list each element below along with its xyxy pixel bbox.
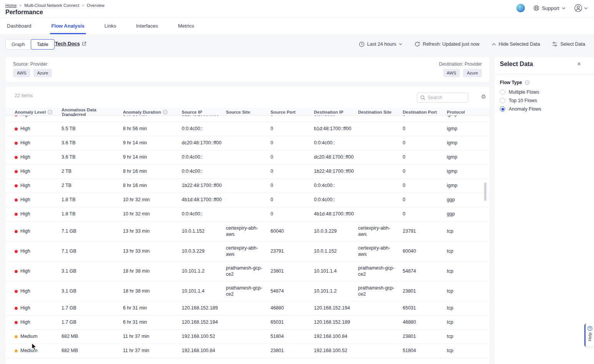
table-row[interactable]: High1.7 GB6 hr 31 min120.168.152.1894688… bbox=[5, 301, 489, 316]
flows-table-card: 22 items ⚙ Anomaly LevelAnomalous Data T… bbox=[5, 87, 489, 364]
table-row[interactable]: High3.6 TB9 hr 14 mindc20:48:1700::ff000… bbox=[5, 136, 489, 151]
breadcrumb-home[interactable]: Home bbox=[5, 3, 17, 8]
flow-type-option-anomaly-flows[interactable]: Anomaly Flows bbox=[500, 106, 541, 112]
protocol-cell: igmp bbox=[447, 169, 489, 175]
column-label: Destination IP bbox=[314, 110, 343, 114]
radio-button[interactable] bbox=[500, 106, 505, 112]
support-menu[interactable]: Support bbox=[533, 5, 566, 11]
table-row[interactable]: High3.1 GB18 hr 38 min10.101.1.4prathame… bbox=[5, 281, 489, 301]
select-data-button[interactable]: Select Data bbox=[552, 41, 585, 47]
severity-label: High bbox=[20, 228, 30, 235]
tab-links[interactable]: Links bbox=[105, 23, 116, 34]
breadcrumb-multicloud[interactable]: Multi-Cloud Network Connect bbox=[24, 3, 79, 8]
tab-dashboard[interactable]: Dashboard bbox=[7, 23, 32, 34]
severity-dot-high bbox=[15, 321, 18, 324]
tab-interfaces[interactable]: Interfaces bbox=[136, 23, 158, 34]
source-provider-chip-azure[interactable]: Azure bbox=[33, 69, 52, 77]
flow-type-option-multiple-flows[interactable]: Multiple Flows bbox=[500, 89, 541, 95]
protocol-cell: ggp bbox=[447, 211, 489, 217]
column-header-anomaly-duration: Anomaly Duration bbox=[123, 110, 182, 114]
severity-dot-high bbox=[15, 230, 18, 233]
table-row[interactable]: High3.1 GB18 hr 38 min10.101.1.2prathame… bbox=[5, 261, 489, 281]
destination-provider-label: Destination: Provider bbox=[439, 61, 482, 67]
protocol-cell: tcp bbox=[447, 319, 489, 326]
tab-metrics[interactable]: Metrics bbox=[178, 23, 194, 34]
destination-port-cell: 0 bbox=[403, 197, 447, 203]
table-row[interactable]: High5.5 TB8 hr 56 minb1d:48:1700::ff0000… bbox=[5, 116, 489, 122]
refresh-button[interactable]: Refresh: Updated just now bbox=[415, 41, 479, 47]
help-tab[interactable]: Help bbox=[584, 324, 594, 347]
source-ip-cell: 1b22:48:1700::ff00 bbox=[182, 183, 226, 189]
data-transferred-cell: 7.1 GB bbox=[61, 248, 123, 255]
protocol-cell: tcp bbox=[447, 334, 489, 340]
account-menu[interactable] bbox=[574, 4, 588, 12]
table-row[interactable]: High3.6 TB9 hr 14 min0:0:4c00::0dc20:48:… bbox=[5, 151, 489, 165]
data-transferred-cell: 682 MB bbox=[61, 348, 123, 354]
flow-type-option-top-10-flows[interactable]: Top 10 Flows bbox=[500, 98, 541, 104]
graph-view-button[interactable]: Graph bbox=[5, 39, 31, 50]
source-ip-cell: 120.168.152.189 bbox=[182, 305, 226, 311]
source-port-cell: 0 bbox=[270, 154, 314, 160]
source-provider-chip-aws[interactable]: AWS bbox=[13, 69, 30, 77]
tab-bar: DashboardFlow AnalysisLinksInterfacesMet… bbox=[0, 18, 594, 35]
column-label: Anomaly Level bbox=[15, 110, 46, 114]
hide-selected-data-button[interactable]: Hide Selected Data bbox=[492, 41, 540, 47]
table-row[interactable]: High7.1 GB13 hr 33 min10.0.1.152certexpi… bbox=[5, 222, 489, 242]
radio-label: Multiple Flows bbox=[509, 89, 539, 95]
column-header-destination-ip: Destination IP bbox=[314, 110, 358, 114]
tab-flow-analysis[interactable]: Flow Analysis bbox=[51, 23, 85, 34]
table-scrollbar-thumb[interactable] bbox=[484, 182, 486, 201]
time-range-selector[interactable]: Last 24 hours bbox=[359, 41, 403, 47]
anomaly-level-cell: High bbox=[15, 116, 61, 118]
destination-ip-cell: 0:0:4c00:: bbox=[314, 140, 358, 146]
table-row[interactable]: High2 TB8 hr 16 min1b22:48:1700::ff0000:… bbox=[5, 179, 489, 193]
panel-divider bbox=[495, 74, 594, 74]
info-icon[interactable] bbox=[525, 80, 529, 85]
table-header-row: Anomaly LevelAnomalous Data TransferredA… bbox=[5, 108, 489, 116]
severity-dot-high bbox=[15, 250, 18, 253]
destination-ip-cell: dc20:48:1700::ff00 bbox=[314, 154, 358, 160]
source-ip-cell: 4b1d:48:1700::ff00 bbox=[182, 197, 226, 203]
table-row[interactable]: Medium682 MB11 hr 37 min192.168.100.5251… bbox=[5, 330, 489, 344]
info-icon[interactable] bbox=[163, 110, 168, 114]
column-header-anomaly-level: Anomaly Level bbox=[15, 110, 61, 114]
destination-provider-chip-aws[interactable]: AWS bbox=[443, 69, 460, 77]
source-ip-cell: 192.168.100.52 bbox=[182, 334, 226, 340]
destination-port-cell: 0 bbox=[403, 211, 447, 217]
severity-dot-high bbox=[15, 213, 18, 216]
chevron-down-icon bbox=[562, 7, 566, 10]
destination-provider-chip-azure[interactable]: Azure bbox=[463, 69, 482, 77]
table-row[interactable]: High5.5 TB8 hr 56 min0:0:4c00::0b1d:48:1… bbox=[5, 122, 489, 136]
close-icon[interactable]: × bbox=[577, 61, 581, 67]
duration-cell: 18 hr 38 min bbox=[123, 268, 182, 275]
search-input[interactable] bbox=[428, 95, 462, 100]
table-row[interactable]: Medium682 MB11 hr 37 min192.168.100.8423… bbox=[5, 344, 489, 358]
table-row[interactable]: High1.8 TB10 hr 32 min4b1d:48:1700::ff00… bbox=[5, 193, 489, 207]
destination-site-cell: prathamesh-gcp-ce2 bbox=[358, 285, 403, 297]
source-provider-chips: AWSAzure bbox=[13, 69, 52, 77]
radio-button[interactable] bbox=[500, 98, 505, 103]
source-port-cell: 0 bbox=[270, 126, 314, 132]
source-port-cell: 0 bbox=[270, 140, 314, 146]
data-transferred-cell: 1.7 GB bbox=[61, 319, 123, 326]
table-row[interactable]: High7.1 GB13 hr 33 min10.0.3.229certexpi… bbox=[5, 242, 489, 261]
table-row[interactable]: High2 TB8 hr 16 min0:0:4c00::01b22:48:17… bbox=[5, 165, 489, 179]
severity-dot-medium bbox=[15, 335, 18, 338]
radio-label: Anomaly Flows bbox=[509, 106, 541, 112]
destination-site-cell: prathamesh-gcp-ce2 bbox=[358, 265, 403, 277]
duration-cell: 8 hr 16 min bbox=[123, 169, 182, 175]
help-tab-label: Help bbox=[587, 333, 592, 341]
refresh-icon bbox=[415, 41, 420, 47]
table-row[interactable]: High1.8 TB10 hr 32 min0:0:4c00::04b1d:48… bbox=[5, 207, 489, 222]
table-settings-gear-icon[interactable]: ⚙ bbox=[481, 94, 486, 99]
table-row[interactable]: High1.7 GB6 hr 31 min120.168.152.1946503… bbox=[5, 316, 489, 330]
tech-docs-link[interactable]: Tech Docs bbox=[55, 41, 86, 46]
destination-port-cell: 23791 bbox=[403, 228, 447, 235]
table-view-button[interactable]: Table bbox=[31, 39, 55, 50]
radio-button[interactable] bbox=[500, 89, 505, 95]
anomaly-level-cell: High bbox=[15, 228, 61, 235]
destination-ip-cell: 192.168.100.52 bbox=[314, 348, 358, 354]
info-icon[interactable] bbox=[48, 110, 52, 114]
source-port-cell: 0 bbox=[270, 116, 314, 118]
source-ip-cell: 0:0:4c00:: bbox=[182, 211, 226, 217]
